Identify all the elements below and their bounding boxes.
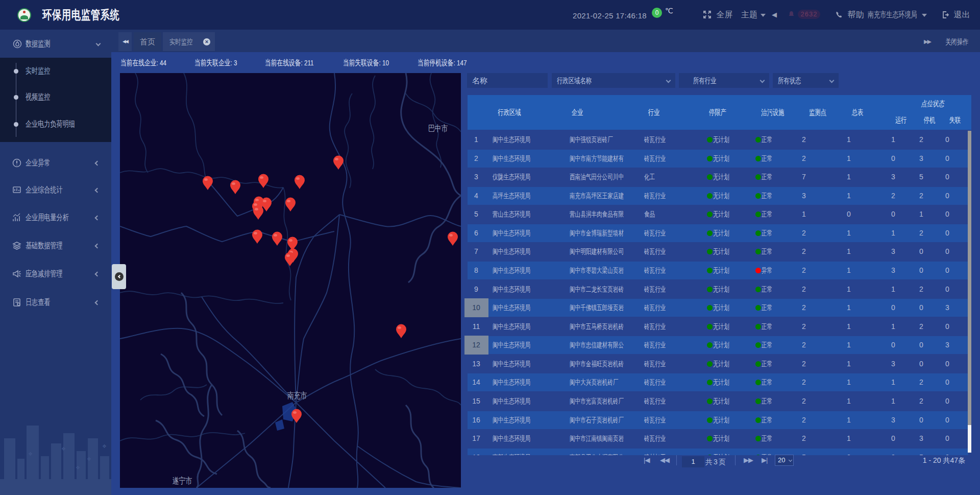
tabs-scroll-right-button[interactable]: ▶▶	[924, 34, 930, 49]
map-pin[interactable]	[285, 197, 296, 212]
table-row[interactable]: 3仪陇生态环境局西南油气田分公司川中化工无计划正常71350	[464, 168, 968, 186]
page-next-button[interactable]: ▶▶	[744, 453, 753, 468]
sidebar-group-data-monitor[interactable]: 数据监测	[0, 30, 111, 58]
table-row[interactable]: 1阆中生态环境局阆中强锐页岩砖厂砖瓦行业无计划正常21120	[464, 130, 968, 149]
cell-total: 1	[847, 224, 851, 243]
help-button[interactable]: 帮助	[836, 0, 864, 30]
cell-limit-plan: 无计划	[707, 130, 734, 149]
cell-region: 阆中生态环境局	[493, 317, 530, 336]
header-datetime: 2021-02-25 17:46:18	[573, 0, 647, 30]
page-size-select[interactable]: 20	[775, 455, 794, 466]
map-pin[interactable]	[258, 174, 269, 188]
map-pin[interactable]	[294, 175, 305, 190]
table-row[interactable]: 7阆中生态环境局阆中明阳建材有限公司砖瓦行业无计划正常21300	[464, 242, 968, 261]
status-dot	[755, 417, 761, 423]
cell-monitor: 2	[802, 411, 806, 430]
name-input[interactable]	[467, 73, 548, 88]
name-filter-input[interactable]	[467, 73, 548, 88]
cell-facility: 正常	[755, 186, 776, 205]
sidebar-item-1[interactable]: 企业异常	[0, 149, 111, 177]
sidebar-item-3[interactable]: 企业用电量分析	[0, 204, 111, 231]
cell-facility: 正常	[755, 336, 776, 355]
cell-stop: 0	[919, 355, 923, 373]
sidebar-item-2[interactable]: 企业综合统计	[0, 176, 111, 204]
table-row[interactable]: 9阆中生态环境局阆中市二龙长宝页岩砖砖瓦行业无计划正常21120	[464, 280, 968, 299]
cell-total: 1	[847, 429, 851, 448]
fullscreen-button[interactable]: 全屏	[703, 0, 732, 30]
close-operations-button[interactable]: 关闭操作	[945, 30, 968, 52]
map-pin[interactable]	[230, 180, 241, 195]
panel-collapse-button[interactable]	[112, 264, 126, 289]
layers-icon	[12, 241, 21, 250]
logout-button[interactable]: 退出	[942, 0, 970, 30]
org-dropdown[interactable]: 南充市生态环境局	[868, 0, 927, 30]
sidebar-item-4[interactable]: 基础数据管理	[0, 232, 111, 260]
cell-lost: 3	[945, 336, 949, 355]
submenu-item[interactable]: 视频监控	[0, 89, 111, 105]
tab-home[interactable]: 首页	[134, 32, 161, 51]
table-row[interactable]: 13阆中生态环境局阆中市金福旺页岩机砖砖瓦行业无计划正常21300	[464, 355, 968, 373]
map-panel[interactable]: 巴中市南充市遂宁市	[120, 73, 461, 488]
cell-region: 阆中生态环境局	[493, 298, 530, 317]
status-filter-select[interactable]: 所有状态	[773, 73, 839, 88]
page-first-button[interactable]: |◀	[644, 453, 649, 468]
page-last-button[interactable]: ▶|	[762, 453, 767, 468]
sidebar-item-6[interactable]: 日志查看	[0, 289, 111, 316]
industry-filter-select[interactable]: 所有行业	[679, 73, 769, 88]
tabs-scroll-left-button[interactable]: ◀◀	[118, 32, 132, 51]
sidebar-item-5[interactable]: 应急减排管理	[0, 260, 111, 288]
page-prev-button[interactable]: ◀◀	[660, 453, 669, 468]
map-pin[interactable]	[333, 155, 344, 170]
cell-limit-plan: 无计划	[707, 224, 734, 243]
status-dot	[755, 361, 761, 367]
alert-icon	[12, 158, 21, 168]
table-row[interactable]: 17阆中生态环境局阆中市江南镇阆南页岩砖瓦行业无计划正常21030	[464, 429, 968, 448]
table-row[interactable]: 2阆中生态环境局阆中市南方节能建材有砖瓦行业无计划正常21030	[464, 149, 968, 168]
map-pin[interactable]	[291, 409, 302, 423]
cell-stop: 2	[919, 224, 923, 243]
sidebar-submenu: 实时监控视频监控企业电力负荷明细	[0, 58, 111, 142]
region-filter-select[interactable]: 行政区域名称	[552, 73, 675, 88]
map-pin[interactable]	[284, 252, 296, 267]
notification-badge[interactable]: 2632	[798, 10, 820, 19]
cell-limit-plan: 无计划	[707, 336, 734, 355]
submenu-item[interactable]: 实时监控	[0, 63, 111, 79]
butterfly-decoration: ❖	[61, 446, 66, 452]
mute-button[interactable]: ◀	[772, 0, 777, 30]
submenu-item[interactable]: 企业电力负荷明细	[0, 116, 111, 132]
table-row[interactable]: 5营山生态环境局营山县润丰肉食品有限食品无计划正常10010	[464, 205, 968, 224]
chevron-down-icon	[829, 78, 835, 83]
table-row[interactable]: 14阆中生态环境局阆中大兴页岩机砖厂砖瓦行业无计划正常21120	[464, 373, 968, 392]
sidebar: 数据监测 实时监控视频监控企业电力负荷明细 企业异常企业综合统计企业用电量分析基…	[0, 30, 111, 495]
page-number-input[interactable]: 1	[682, 456, 704, 467]
table-row[interactable]: 4高坪生态环境局南充市高坪区王家店建砖瓦行业无计划正常31220	[464, 186, 968, 205]
table-row[interactable]: 12阆中生态环境局阆中市忠信建材有限公砖瓦行业无计划正常21003	[464, 336, 968, 355]
stat-item: 当前失联企业: 3	[194, 52, 251, 73]
table-scrollbar[interactable]	[968, 131, 971, 453]
map-pin[interactable]	[253, 205, 264, 220]
map-pin[interactable]	[202, 176, 213, 191]
scrollbar-thumb[interactable]	[968, 131, 971, 425]
cell-limit-plan: 无计划	[707, 149, 734, 168]
chevron-left-icon	[95, 272, 100, 277]
status-dot-green	[707, 249, 713, 254]
map-pin[interactable]	[447, 231, 458, 246]
cell-lost: 3	[945, 298, 949, 317]
pagination-summary: 1 - 20 共47条	[923, 453, 965, 468]
table-row[interactable]: 16阆中生态环境局阆中市石子页岩机砖厂砖瓦行业无计划正常21300	[464, 411, 968, 430]
chevron-left-icon	[95, 188, 100, 193]
map-pin[interactable]	[396, 324, 407, 339]
table-row[interactable]: 10阆中生态环境局阆中千佛镇五郎垭页岩砖瓦行业无计划正常21003	[464, 298, 968, 317]
table-row[interactable]: 15阆中生态环境局阆中市光富页岩机砖厂砖瓦行业无计划正常21120	[464, 392, 968, 411]
cell-company: 阆中大兴页岩机砖厂	[570, 373, 642, 392]
table-row[interactable]: 11阆中生态环境局阆中市五马桥页岩机砖砖瓦行业无计划正常21120	[464, 317, 968, 336]
cell-region: 阆中生态环境局	[493, 411, 530, 430]
map-pin[interactable]	[272, 231, 283, 246]
table-row[interactable]: 6阆中生态环境局阆中市金博瑞新型墙材砖瓦行业无计划正常21120	[464, 224, 968, 243]
tab-realtime-monitor[interactable]: 实时监控 ✕	[163, 32, 215, 51]
cell-stop: 0	[919, 411, 923, 430]
tab-close-icon[interactable]: ✕	[203, 38, 210, 45]
map-pin[interactable]	[252, 229, 263, 244]
theme-dropdown[interactable]: 主题	[741, 0, 766, 30]
table-row[interactable]: 8阆中生态环境局阆中市枣碧大梁山页岩砖瓦行业无计划异常21300	[464, 261, 968, 280]
